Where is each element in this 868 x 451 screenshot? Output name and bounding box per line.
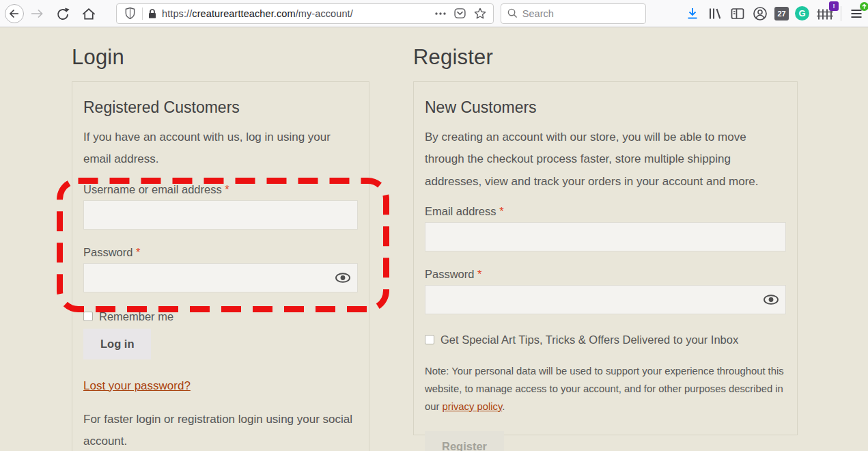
urlbar-divider	[142, 8, 143, 20]
url-domain: creatureartteacher.com	[192, 8, 295, 19]
newsletter-label: Get Special Art Tips, Tricks & Offers De…	[440, 333, 738, 346]
required-asterisk: *	[499, 205, 503, 217]
remember-me-row: Remember me	[83, 310, 358, 323]
tracking-protection-shield-icon[interactable]	[122, 6, 137, 21]
grammarly-button[interactable]: G	[795, 6, 809, 20]
login-password-wrap	[83, 263, 358, 292]
remember-me-label: Remember me	[99, 310, 173, 323]
login-password-label: Password *	[83, 246, 358, 259]
show-password-toggle[interactable]	[332, 267, 354, 288]
toolbar-separator	[841, 6, 841, 21]
sidebar-icon	[729, 5, 746, 22]
search-bar[interactable]	[501, 3, 646, 24]
email-input[interactable]	[425, 222, 786, 251]
privacy-policy-link[interactable]: privacy policy	[443, 401, 503, 412]
reload-icon	[55, 5, 71, 22]
url-scheme: https://	[162, 8, 192, 19]
eye-icon	[335, 272, 351, 284]
home-icon	[81, 5, 97, 22]
lost-password-link[interactable]: Lost your password?	[83, 379, 191, 393]
grammarly-icon: G	[795, 6, 809, 20]
home-button[interactable]	[81, 5, 97, 22]
search-input[interactable]	[522, 8, 639, 19]
downloads-button[interactable]	[684, 5, 701, 22]
required-asterisk: *	[477, 268, 481, 280]
browser-window: https://creatureartteacher.com/my-accoun…	[0, 0, 868, 451]
address-bar[interactable]: https://creatureartteacher.com/my-accoun…	[116, 3, 494, 24]
search-icon	[507, 8, 518, 18]
register-section: Register New Customers By creating an ac…	[413, 27, 798, 435]
login-panel: Registered Customers If you have an acco…	[72, 81, 369, 451]
extension-27-icon: 27	[774, 7, 789, 20]
menu-button[interactable]	[849, 6, 864, 21]
privacy-note: Note: Your personal data will be used to…	[425, 363, 786, 416]
sidebar-button[interactable]	[729, 5, 746, 22]
forward-button[interactable]	[29, 5, 45, 22]
back-button[interactable]	[4, 3, 25, 24]
account-icon	[752, 5, 768, 22]
register-title: Register	[413, 45, 798, 70]
login-panel-title: Registered Customers	[83, 98, 358, 117]
login-intro-text: If you have an account with us, log in u…	[83, 126, 358, 171]
username-input[interactable]	[83, 200, 358, 230]
email-label: Email address *	[425, 205, 786, 218]
extension-27-button[interactable]: 27	[774, 7, 789, 20]
login-password-input[interactable]	[83, 263, 358, 292]
back-icon	[4, 3, 25, 24]
up-arrow-icon	[861, 3, 867, 10]
forward-icon	[29, 5, 45, 22]
username-label: Username or email address *	[83, 183, 358, 196]
page-content: Login Registered Customers If you have a…	[0, 27, 868, 451]
toolbar-right-icons: 27 G !	[684, 5, 864, 22]
register-button[interactable]: Register	[425, 431, 504, 451]
page-actions-icon[interactable]	[433, 6, 448, 21]
lock-icon	[148, 8, 157, 19]
required-asterisk: *	[225, 183, 229, 195]
download-icon	[684, 5, 701, 22]
log-in-button[interactable]: Log in	[83, 329, 151, 359]
login-title: Login	[72, 45, 369, 70]
url-text: https://creatureartteacher.com/my-accoun…	[162, 8, 428, 19]
social-login-text: For faster login or registration login u…	[83, 409, 358, 451]
pocket-icon[interactable]	[453, 6, 468, 21]
required-asterisk: *	[136, 246, 140, 258]
eye-icon	[763, 294, 779, 305]
register-intro-text: By creating an account with our store, y…	[425, 126, 786, 193]
url-path: /my-account/	[296, 8, 353, 19]
register-password-label: Password *	[425, 268, 786, 281]
register-password-wrap	[425, 285, 786, 314]
library-button[interactable]	[707, 5, 723, 22]
fence-extension-button[interactable]: !	[815, 5, 833, 22]
remember-me-checkbox[interactable]	[83, 312, 93, 321]
library-icon	[707, 5, 723, 22]
reload-button[interactable]	[55, 5, 71, 22]
login-section: Login Registered Customers If you have a…	[72, 27, 369, 451]
alert-badge: !	[829, 1, 839, 11]
register-password-input[interactable]	[425, 285, 786, 314]
show-password-toggle[interactable]	[760, 289, 782, 310]
browser-toolbar: https://creatureartteacher.com/my-accoun…	[0, 0, 868, 27]
register-panel-title: New Customers	[425, 98, 786, 117]
newsletter-row: Get Special Art Tips, Tricks & Offers De…	[425, 333, 786, 346]
bookmark-star-icon[interactable]	[473, 6, 488, 21]
update-available-badge	[860, 2, 868, 11]
newsletter-checkbox[interactable]	[425, 335, 434, 344]
register-panel: New Customers By creating an account wit…	[413, 81, 798, 435]
account-button[interactable]	[752, 5, 768, 22]
